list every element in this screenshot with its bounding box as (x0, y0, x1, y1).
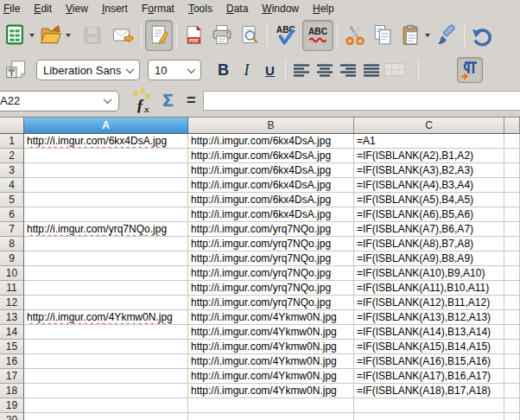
row-header-7[interactable]: 7 (0, 222, 24, 237)
cell-A14[interactable] (24, 325, 188, 340)
row-header-19[interactable]: 19 (0, 398, 24, 413)
cell-B1[interactable]: http://i.imgur.com/6kx4DsA.jpg (188, 134, 354, 149)
cell-A6[interactable] (24, 207, 188, 222)
sum-button[interactable]: Σ (157, 89, 180, 113)
chevron-down-icon[interactable] (187, 65, 196, 73)
cell-C12[interactable]: =IF(ISBLANK(A12),B11,A12) (354, 296, 504, 310)
cell-partial-5[interactable] (504, 193, 520, 207)
cell-C17[interactable]: =IF(ISBLANK(A17),B16,A17) (354, 369, 504, 384)
row-header-16[interactable]: 16 (0, 354, 24, 369)
align-right-button[interactable] (336, 57, 359, 83)
row-header-8[interactable]: 8 (0, 237, 24, 251)
cell-partial-7[interactable] (504, 222, 520, 237)
row-header-15[interactable]: 15 (0, 340, 24, 354)
cell-B15[interactable]: http://i.imgur.com/4Ykmw0N.jpg (188, 340, 354, 354)
cell-B10[interactable]: http://i.imgur.com/yrq7NQo.jpg (188, 266, 354, 281)
row-header-18[interactable]: 18 (0, 384, 24, 398)
cell-B19[interactable] (188, 398, 354, 413)
cell-A19[interactable] (24, 398, 188, 413)
cell-C20[interactable] (354, 413, 504, 420)
cell-B2[interactable]: http://i.imgur.com/6kx4DsA.jpg (188, 149, 354, 163)
cell-B3[interactable]: http://i.imgur.com/6kx4DsA.jpg (188, 163, 354, 178)
cell-B6[interactable]: http://i.imgur.com/6kx4DsA.jpg (188, 207, 354, 222)
cell-B7[interactable]: http://i.imgur.com/yrq7NQo.jpg (188, 222, 354, 237)
justify-button[interactable] (359, 57, 383, 83)
cell-partial-1[interactable] (504, 134, 520, 149)
cell-partial-16[interactable] (504, 354, 520, 369)
spellcheck-button[interactable]: ABC (271, 20, 302, 51)
row-header-12[interactable]: 12 (0, 296, 24, 310)
cut-button[interactable] (341, 20, 369, 51)
menu-tools[interactable]: Tools (186, 1, 221, 16)
cell-A11[interactable] (24, 281, 188, 296)
cell-A12[interactable] (24, 296, 188, 310)
function-wizard-button[interactable]: ƒ x (128, 89, 157, 113)
underline-button[interactable]: U (258, 57, 282, 83)
cell-A1[interactable]: http://i.imgur.com/6kx4DsA.jpg (24, 134, 188, 149)
menu-window[interactable]: Window (259, 1, 308, 16)
cell-B14[interactable]: http://i.imgur.com/4Ykmw0N.jpg (188, 325, 354, 340)
name-box[interactable]: A22 (0, 91, 119, 111)
print-button[interactable] (208, 20, 236, 51)
cell-partial-17[interactable] (504, 369, 520, 384)
cell-A5[interactable] (24, 193, 188, 207)
cell-C16[interactable]: =IF(ISBLANK(A16),B15,A16) (354, 354, 504, 369)
function-equals-button[interactable]: = (180, 89, 203, 113)
menu-edit[interactable]: Edit (31, 1, 60, 16)
cell-B17[interactable]: http://i.imgur.com/4Ykmw0N.jpg (188, 369, 354, 384)
cell-A3[interactable] (24, 163, 188, 178)
cell-C7[interactable]: =IF(ISBLANK(A7),B6,A7) (354, 222, 504, 237)
cell-A17[interactable] (24, 369, 188, 384)
cell-C1[interactable]: =A1 (354, 134, 504, 149)
cell-C8[interactable]: =IF(ISBLANK(A8),B7,A8) (354, 237, 504, 251)
chevron-down-icon[interactable] (126, 65, 135, 73)
text-direction-ltr-button[interactable] (457, 57, 483, 83)
cell-A10[interactable] (24, 266, 188, 281)
cell-C2[interactable]: =IF(ISBLANK(A2),B1,A2) (354, 149, 504, 163)
align-left-button[interactable] (289, 57, 313, 83)
cell-partial-13[interactable] (504, 310, 520, 325)
menu-format[interactable]: Format (139, 1, 183, 16)
cell-partial-3[interactable] (504, 163, 520, 178)
cell-C11[interactable]: =IF(ISBLANK(A11),B10,A11) (354, 281, 504, 296)
paste-dropdown-caret[interactable] (425, 34, 430, 37)
cell-C14[interactable]: =IF(ISBLANK(A14),B13,A14) (354, 325, 504, 340)
italic-button[interactable]: I (235, 57, 258, 83)
cell-A2[interactable] (24, 149, 188, 163)
column-header-c[interactable]: C (354, 118, 504, 134)
cell-C10[interactable]: =IF(ISBLANK(A10),B9,A10) (354, 266, 504, 281)
cell-partial-18[interactable] (504, 384, 520, 398)
open-button[interactable] (37, 20, 65, 51)
cell-partial-11[interactable] (504, 281, 520, 296)
cell-B4[interactable]: http://i.imgur.com/6kx4DsA.jpg (188, 178, 354, 193)
cell-C13[interactable]: =IF(ISBLANK(A13),B12,A13) (354, 310, 504, 325)
column-header-a[interactable]: A (24, 118, 188, 134)
page-preview-button[interactable] (236, 20, 263, 51)
font-name-combobox[interactable]: Liberation Sans (36, 60, 140, 80)
cell-partial-15[interactable] (504, 340, 520, 354)
row-header-4[interactable]: 4 (0, 178, 24, 193)
cell-C19[interactable] (354, 398, 504, 413)
row-header-10[interactable]: 10 (0, 266, 24, 281)
align-center-button[interactable] (313, 57, 336, 83)
cell-B9[interactable]: http://i.imgur.com/yrq7NQo.jpg (188, 251, 354, 266)
cell-A8[interactable] (24, 237, 188, 251)
cell-B5[interactable]: http://i.imgur.com/6kx4DsA.jpg (188, 193, 354, 207)
cell-B13[interactable]: http://i.imgur.com/4Ykmw0N.jpg (188, 310, 354, 325)
cell-partial-19[interactable] (504, 398, 520, 413)
font-size-combobox[interactable]: 10 (148, 60, 201, 80)
cell-A9[interactable] (24, 251, 188, 266)
send-email-button[interactable] (110, 20, 137, 51)
row-header-9[interactable]: 9 (0, 251, 24, 266)
cell-A18[interactable] (24, 384, 188, 398)
row-header-1[interactable]: 1 (0, 134, 24, 149)
export-pdf-button[interactable]: PDF (181, 20, 208, 51)
row-header-20[interactable]: 20 (0, 413, 24, 420)
cell-C4[interactable]: =IF(ISBLANK(A4),B3,A4) (354, 178, 504, 193)
cell-partial-14[interactable] (504, 325, 520, 340)
cell-C9[interactable]: =IF(ISBLANK(A9),B8,A9) (354, 251, 504, 266)
cell-B18[interactable]: http://i.imgur.com/4Ykmw0N.jpg (188, 384, 354, 398)
cell-C3[interactable]: =IF(ISBLANK(A3),B2,A3) (354, 163, 504, 178)
cell-C6[interactable]: =IF(ISBLANK(A6),B5,A6) (354, 207, 504, 222)
menu-help[interactable]: Help (310, 1, 343, 16)
